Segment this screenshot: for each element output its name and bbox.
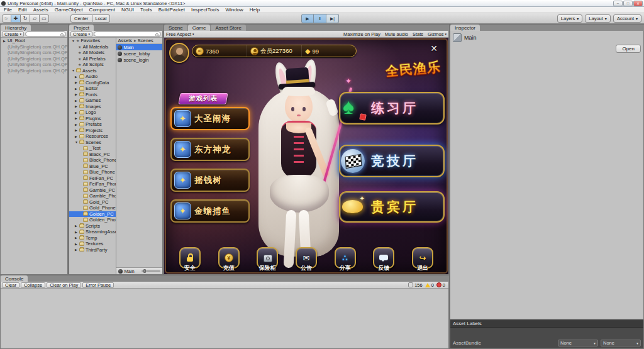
game-view-toggle[interactable]: Stats <box>413 31 423 37</box>
folder-item[interactable]: Black_Phone <box>69 157 116 163</box>
move-tool-icon[interactable]: ✚ <box>11 14 21 23</box>
console-toolbar-button[interactable]: Error Pause <box>82 282 114 288</box>
play-button[interactable]: ▶ <box>301 14 314 23</box>
player-avatar[interactable] <box>169 43 189 63</box>
asset-file-row[interactable]: scene_login <box>116 57 163 63</box>
search-input[interactable] <box>26 34 65 38</box>
thumbnail-zoom-slider[interactable] <box>142 270 160 272</box>
open-button[interactable]: Open <box>616 45 641 53</box>
expand-arrow-icon[interactable]: ▶ <box>75 242 78 246</box>
tab-asset-store[interactable]: Asset Store <box>211 25 245 31</box>
assetbundle-name-dropdown[interactable]: None <box>558 340 598 346</box>
menu-item[interactable]: Assets <box>30 7 52 13</box>
game-view-toggle[interactable]: Gizmos <box>428 31 447 37</box>
bottom-menu-item[interactable]: 公告 <box>291 247 322 272</box>
folder-item[interactable]: Blue_PC <box>69 163 116 170</box>
menu-item[interactable]: InspectTools <box>188 7 222 13</box>
folder-item[interactable]: Black_PC <box>69 152 116 158</box>
slider-thumb[interactable] <box>143 269 146 273</box>
console-toolbar-button[interactable]: Collapse <box>21 282 45 288</box>
console-log-area[interactable] <box>1 289 448 348</box>
error-count[interactable]: 0 <box>436 282 445 288</box>
folder-item[interactable]: ▶ StreamingAssets <box>69 229 116 235</box>
expand-arrow-icon[interactable]: ▶ <box>3 39 6 43</box>
folder-item[interactable]: ▶ Audio <box>69 74 116 80</box>
layout-dropdown[interactable]: Layout <box>585 14 611 23</box>
game-button[interactable]: ✦ 金蟾捕鱼 <box>170 199 250 223</box>
asset-file-row[interactable]: scene_lobby <box>116 50 163 57</box>
folder-item[interactable]: FeiFan_PC <box>69 175 116 182</box>
favorites-item[interactable]: ★ All Materials <box>69 44 116 50</box>
console-toolbar-button[interactable]: Clear on Play <box>47 282 81 288</box>
expand-arrow-icon[interactable]: ▼ <box>75 140 78 144</box>
layers-dropdown[interactable]: Layers <box>557 14 583 23</box>
tab-game[interactable]: Game <box>188 25 211 31</box>
folder-item-scenes[interactable]: ▼ Scenes <box>69 140 116 146</box>
info-count[interactable]: 156 <box>408 282 423 288</box>
folder-item[interactable]: Gamble_PC <box>69 187 116 194</box>
hierarchy-item[interactable]: ▶ (UnitySingleton) com.QH.QPGam <box>1 44 67 50</box>
close-button[interactable]: ✕ <box>633 1 643 6</box>
folder-item[interactable]: ▶ Games <box>69 97 116 104</box>
favorites-item[interactable]: ★ All Scripts <box>69 62 116 68</box>
folder-item[interactable]: ▶ Logo <box>69 109 116 116</box>
expand-arrow-icon[interactable]: ▶ <box>75 128 78 132</box>
tab-scene[interactable]: Scene <box>164 25 187 31</box>
expand-arrow-icon[interactable]: ▶ <box>75 230 78 234</box>
menu-item[interactable]: Help <box>247 7 263 13</box>
folder-item[interactable]: ▶ Editor <box>69 86 116 92</box>
game-button[interactable]: ✦ 东方神龙 <box>170 138 250 161</box>
hierarchy-item[interactable]: ▶ (UnitySingleton) com.QH.QPGam <box>1 62 67 68</box>
game-button[interactable]: ✦ 摇钱树 <box>170 169 250 192</box>
breadcrumb-item[interactable]: Assets <box>118 38 136 43</box>
scale-tool-icon[interactable]: ▱ <box>30 14 40 23</box>
folder-item[interactable]: FeiFan_Phone <box>69 181 116 187</box>
hierarchy-item[interactable]: ▶ (UnitySingleton) com.QH.QPGam <box>1 50 67 56</box>
folder-item[interactable]: Golden_PC <box>69 211 116 218</box>
step-button[interactable]: ▶| <box>326 14 339 23</box>
folder-item[interactable]: ▶ Fonts <box>69 92 116 98</box>
game-view-toggle[interactable]: Mute audio <box>385 31 408 37</box>
maximize-button[interactable]: □ <box>623 1 633 6</box>
pan-tool-icon[interactable]: ☞ <box>2 14 11 23</box>
hierarchy-item[interactable]: ▶ (UnitySingleton) com.QH.QPGam <box>1 56 67 62</box>
hall-button[interactable]: 竞技厅 <box>339 145 445 177</box>
warning-count[interactable]: 0 <box>425 282 434 288</box>
folder-item[interactable]: ▶ Prefabs <box>69 121 116 128</box>
folder-item[interactable]: ▶ Scripts <box>69 223 116 230</box>
game-view-toggle[interactable]: Maximize on Play <box>343 31 380 37</box>
space-toggle[interactable]: Local <box>92 14 111 23</box>
create-button[interactable]: Create <box>70 31 92 37</box>
folder-item[interactable]: Gold_Phone <box>69 205 116 211</box>
folder-item[interactable]: ▶ Resources <box>69 133 116 140</box>
menu-item[interactable]: Tools <box>137 7 155 13</box>
favorites-item[interactable]: ★ All Models <box>69 50 116 56</box>
bottom-menu-item[interactable]: 安全 <box>174 247 206 272</box>
expand-arrow-icon[interactable]: ▶ <box>75 111 78 114</box>
folder-item[interactable]: Gold_PC <box>69 199 116 206</box>
expand-arrow-icon[interactable]: ▶ <box>75 236 78 240</box>
account-dropdown[interactable]: Account <box>613 14 641 23</box>
pivot-toggle[interactable]: Center <box>70 14 92 23</box>
menu-item[interactable]: Component <box>86 7 118 13</box>
menu-item[interactable]: BuildPacket <box>155 7 188 13</box>
bottom-menu-item[interactable]: 退出 <box>407 247 438 272</box>
asset-file-row[interactable]: Main <box>116 44 163 50</box>
expand-arrow-icon[interactable]: ▶ <box>75 123 78 126</box>
tab-console[interactable]: Console <box>1 275 28 282</box>
assets-root[interactable]: ▼ Assets <box>69 68 116 74</box>
expand-arrow-icon[interactable]: ▶ <box>75 87 78 91</box>
folder-item[interactable]: _Test <box>69 145 116 152</box>
bottom-menu-item[interactable]: 充值 <box>213 247 245 272</box>
rotate-tool-icon[interactable]: ↻ <box>21 14 30 23</box>
pause-button[interactable]: ‖ <box>314 14 326 23</box>
tab-project[interactable]: Project <box>69 25 94 31</box>
favorites-root[interactable]: ▼ ★ Favorites <box>69 38 116 44</box>
folder-item[interactable]: ▶ Plugins <box>69 116 116 122</box>
bottom-menu-item[interactable]: 保险柜 <box>252 247 283 272</box>
expand-arrow-icon[interactable]: ▶ <box>75 248 78 252</box>
search-input[interactable] <box>94 34 160 38</box>
hall-button[interactable]: 练习厅 <box>339 92 445 125</box>
expand-arrow-icon[interactable]: ▶ <box>75 224 78 228</box>
minimize-button[interactable]: – <box>613 1 623 6</box>
